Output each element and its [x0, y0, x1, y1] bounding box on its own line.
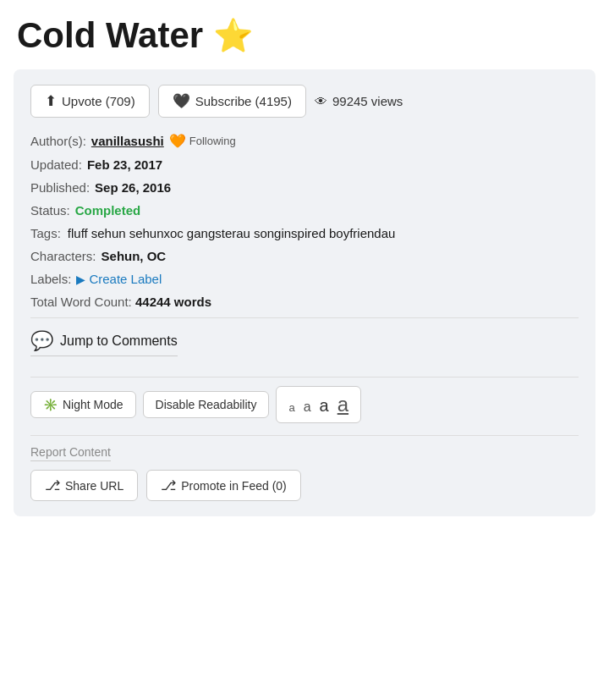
tag-gangsterau: gangsterau [187, 226, 250, 240]
jump-comments-button[interactable]: 💬 Jump to Comments [30, 327, 178, 356]
following-badge: 🧡 Following [169, 133, 236, 149]
share-url-button[interactable]: ⎇ Share URL [30, 470, 138, 501]
tag-songinspired: songinspired [254, 226, 326, 240]
following-label: Following [189, 135, 236, 147]
create-label-text: Create Label [89, 272, 162, 286]
share-url-label: Share URL [65, 479, 123, 493]
font-size-xlarge[interactable]: a [337, 393, 348, 416]
following-heart-icon: 🧡 [169, 133, 186, 149]
status-row: Status: Completed [30, 203, 579, 218]
published-row: Published: Sep 26, 2016 [30, 180, 579, 195]
share-row: ⎇ Share URL ⎇ Promote in Feed (0) [30, 470, 579, 501]
subscribe-label: Subscribe (4195) [195, 94, 292, 108]
action-bar: ⬆ Upvote (709) 🖤 Subscribe (4195) 👁 9924… [30, 85, 579, 118]
promote-feed-button[interactable]: ⎇ Promote in Feed (0) [146, 470, 301, 501]
title-text: Cold Water [17, 15, 203, 56]
night-mode-button[interactable]: ✳️ Night Mode [30, 391, 136, 418]
updated-label: Updated: [30, 157, 82, 172]
divider-3 [30, 435, 579, 436]
report-content-link[interactable]: Report Content [30, 445, 111, 461]
characters-value: Sehun, OC [102, 249, 167, 263]
jump-comments-label: Jump to Comments [60, 333, 178, 349]
published-value: Sep 26, 2016 [95, 180, 171, 195]
night-mode-label: Night Mode [63, 398, 123, 411]
font-size-large[interactable]: a [320, 396, 329, 416]
meta-section: Author(s): vanillasushi 🧡 Following Upda… [30, 133, 579, 309]
divider-2 [30, 377, 579, 378]
published-label: Published: [30, 180, 90, 195]
subscribe-icon: 🖤 [173, 92, 190, 110]
word-count-label: Total Word Count: [30, 295, 132, 309]
upvote-icon: ⬆ [45, 92, 57, 110]
upvote-label: Upvote (709) [62, 94, 135, 108]
font-size-medium[interactable]: a [304, 400, 311, 415]
tag-sehun: sehun [91, 226, 126, 240]
main-card: ⬆ Upvote (709) 🖤 Subscribe (4195) 👁 9924… [14, 69, 595, 516]
views-text: 👁 99245 views [315, 94, 403, 108]
create-label-arrow-icon: ▶ [76, 273, 85, 286]
upvote-button[interactable]: ⬆ Upvote (709) [30, 85, 150, 118]
characters-row: Characters: Sehun, OC [30, 249, 579, 263]
comment-bubble-icon: 💬 [30, 330, 53, 352]
word-count-value: 44244 words [135, 295, 211, 309]
mode-bar: ✳️ Night Mode Disable Readability a a a … [30, 386, 579, 423]
report-row: Report Content [30, 444, 579, 461]
create-label-button[interactable]: ▶ Create Label [76, 272, 162, 286]
status-label: Status: [30, 203, 70, 218]
font-size-small[interactable]: a [288, 401, 294, 414]
status-value: Completed [75, 203, 141, 218]
labels-row: Labels: ▶ Create Label [30, 272, 579, 286]
tags-row: Tags: fluff sehun sehunxoc gangsterau so… [30, 226, 579, 240]
updated-value: Feb 23, 2017 [87, 157, 162, 172]
eye-icon: 👁 [315, 94, 327, 108]
labels-label: Labels: [30, 272, 71, 286]
tag-boyfriendau: boyfriendau [329, 226, 395, 240]
word-count-row: Total Word Count: 44244 words [30, 295, 579, 309]
font-size-bar: a a a a [276, 386, 361, 423]
share-url-icon: ⎇ [45, 477, 60, 493]
updated-row: Updated: Feb 23, 2017 [30, 157, 579, 172]
star-icon: ⭐ [213, 17, 253, 54]
page-title: Cold Water ⭐ [0, 0, 609, 69]
subscribe-button[interactable]: 🖤 Subscribe (4195) [158, 85, 306, 118]
characters-label: Characters: [30, 249, 96, 263]
tag-sehunxoc: sehunxoc [129, 226, 184, 240]
disable-readability-button[interactable]: Disable Readability [143, 391, 270, 418]
night-mode-icon: ✳️ [43, 398, 58, 411]
author-label: Author(s): [30, 134, 86, 148]
divider-1 [30, 317, 579, 318]
promote-feed-icon: ⎇ [161, 477, 176, 493]
tag-fluff: fluff [68, 226, 88, 240]
author-row: Author(s): vanillasushi 🧡 Following [30, 133, 579, 149]
promote-feed-label: Promote in Feed (0) [181, 479, 287, 493]
disable-readability-label: Disable Readability [156, 398, 257, 411]
tags-label: Tags: [30, 226, 61, 240]
author-name[interactable]: vanillasushi [91, 134, 164, 148]
views-label: 99245 views [332, 94, 403, 108]
